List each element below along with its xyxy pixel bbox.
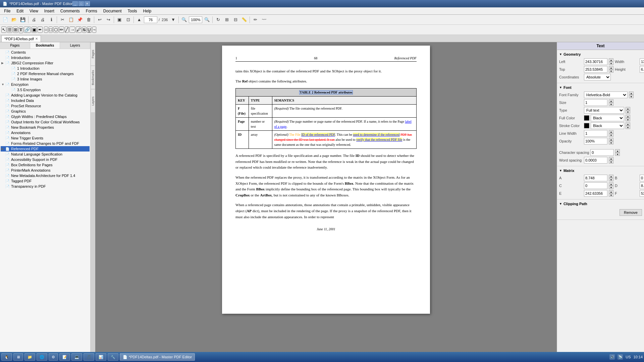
font-size-input[interactable] [584, 99, 607, 106]
undo-button[interactable]: ↩ [96, 16, 104, 24]
font-size-spin-up[interactable]: ▲ [609, 99, 613, 103]
remove-button[interactable]: Remove [620, 209, 642, 216]
top-spin-up[interactable]: ▲ [609, 66, 613, 69]
strikeout-tool[interactable]: S̶ [82, 26, 86, 33]
taskbar-app-3[interactable]: 🌐 [37, 353, 47, 361]
menu-help[interactable]: Help [141, 8, 154, 14]
ws-spin-up[interactable]: ▲ [609, 157, 613, 160]
zoom-out-button[interactable]: 🔍 [180, 16, 188, 24]
bookmark-forms-related[interactable]: 📄 Forms-Related Changes to PDF and FDF [1, 141, 90, 146]
paste-button[interactable]: 📌 [76, 16, 84, 24]
pencil-tool[interactable]: ✏ [59, 26, 64, 33]
bookmark-jbig2[interactable]: ▶ 📄 JBIG2 Compression Filter [1, 60, 90, 66]
menu-tools[interactable]: Tools [125, 8, 140, 14]
sidebar-tab-layers[interactable]: Layers [60, 42, 90, 49]
stroke-color-swatch[interactable] [584, 123, 589, 128]
char-spacing-input[interactable] [590, 149, 614, 156]
next-page-button[interactable]: ▼ [169, 16, 177, 24]
squiggle-tool[interactable]: ~ [92, 26, 96, 33]
c-spin-down[interactable]: ▼ [609, 186, 613, 189]
bookmark-included-data[interactable]: 📄 Included Data [1, 98, 90, 103]
prev-page-button[interactable]: ▲ [135, 16, 143, 24]
bookmark-glyph[interactable]: 📄 Glyph Widths : Predefined CMaps [1, 114, 90, 119]
height-input[interactable] [640, 66, 644, 73]
fit-button[interactable]: ⊡ [124, 16, 132, 24]
type-select[interactable]: Full text [584, 107, 624, 114]
pages-label[interactable]: Pages [91, 42, 95, 66]
open-button[interactable]: 📂 [10, 16, 18, 24]
word-spacing-input[interactable] [584, 157, 607, 164]
opacity-spin-up[interactable]: ▲ [609, 138, 613, 141]
taskbar-app-6[interactable]: 💻 [71, 353, 82, 361]
menu-view[interactable]: View [27, 8, 41, 14]
sidebar-tab-pages[interactable]: Pages [0, 42, 30, 49]
top-spin-down[interactable]: ▼ [609, 69, 613, 73]
geometry-header[interactable]: ▼ Geometry [559, 51, 642, 57]
properties-button[interactable]: ℹ [47, 16, 55, 24]
taskbar-app-8[interactable]: 📊 [96, 353, 106, 361]
tab-close[interactable]: ✕ [35, 37, 38, 41]
c-input[interactable] [584, 182, 607, 189]
taskbar-app-7[interactable]: 🎵 [84, 353, 94, 361]
select-tool[interactable]: ↖ [1, 26, 6, 33]
zoom-in-button[interactable]: 🔍 [203, 16, 211, 24]
wave-button[interactable]: 〰 [260, 16, 268, 24]
bookmark-box-def[interactable]: 📄 Box Definitions for Pages [1, 162, 90, 168]
full-color-spin-up[interactable]: ▲ [626, 115, 630, 118]
f-input[interactable] [640, 190, 644, 197]
e-input[interactable] [584, 190, 607, 197]
sidebar-tab-bookmarks[interactable]: Bookmarks [30, 42, 60, 49]
tray-network[interactable]: 📡 [618, 354, 623, 360]
bookmark-accessibility[interactable]: 📄 Accessibility Support in PDF [1, 157, 90, 162]
menu-insert[interactable]: Insert [42, 8, 57, 14]
line-tool[interactable]: ╱ [65, 26, 69, 33]
e-spin-down[interactable]: ▼ [609, 193, 613, 197]
menu-edit[interactable]: Edit [14, 8, 26, 14]
bookmark-contents[interactable]: 📄 Contents [1, 50, 90, 55]
minimize-button[interactable]: _ [72, 1, 78, 6]
a-input[interactable] [584, 175, 607, 181]
bookmark-natural-lang[interactable]: 📄 Natural Language Specification [1, 152, 90, 157]
text-tool[interactable]: 𝐓 [19, 26, 23, 33]
close-button[interactable]: ✕ [85, 1, 90, 6]
bookmark-annotations[interactable]: 📄 Annotations [1, 130, 90, 135]
taskbar-app-4[interactable]: ⚙ [49, 353, 58, 361]
e-spin-up[interactable]: ▲ [609, 190, 613, 193]
cut-button[interactable]: ✂ [58, 16, 66, 24]
c-spin-up[interactable]: ▲ [609, 182, 613, 186]
arrow-tool[interactable]: → [69, 26, 75, 33]
bookmark-2pdf[interactable]: 📄 2 PDF Reference Manual changes [1, 71, 90, 76]
ruler-button[interactable]: 📏 [240, 16, 248, 24]
stroke-spin-up[interactable]: ▲ [626, 122, 630, 126]
opacity-input[interactable] [584, 138, 607, 144]
bookmark-transparency[interactable]: 📄 Transparency in PDF [1, 184, 90, 189]
rect-tool[interactable]: □ [49, 26, 53, 33]
select-all-button[interactable]: ▣ [115, 16, 123, 24]
page-input[interactable]: 76 [144, 16, 157, 23]
a-spin-up[interactable]: ▲ [609, 175, 613, 178]
d-input[interactable] [640, 182, 644, 189]
form-tool[interactable]: ▣ [32, 26, 37, 33]
stamp-tool[interactable]: 🖊 [76, 26, 82, 33]
delete-button[interactable]: 🗑 [85, 16, 93, 24]
bookmark-adding-lang[interactable]: 📄 Adding Language Version to the Catalog [1, 93, 90, 98]
type-spin-down[interactable]: ▼ [626, 110, 630, 114]
cs-spin-down[interactable]: ▼ [615, 153, 620, 156]
cs-spin-up[interactable]: ▲ [615, 149, 620, 153]
hand-tool[interactable]: ☰ [7, 26, 12, 33]
width-input[interactable] [640, 58, 644, 65]
bookmark-introduction[interactable]: 📄 Introduction [1, 55, 90, 60]
stroke-color-select[interactable]: Black [591, 122, 624, 129]
menu-file[interactable]: File [1, 8, 13, 14]
bookmark-referenced-pdf[interactable]: ▶ 📄 Referenced PDF [1, 146, 90, 152]
stroke-spin-down[interactable]: ▼ [626, 126, 630, 129]
menu-comments[interactable]: Comments [58, 8, 83, 14]
left-input[interactable] [584, 58, 607, 65]
bookmark-new-bookmark[interactable]: 📄 New Bookmark Properties [1, 125, 90, 130]
underline-tool[interactable]: U̲ [87, 26, 92, 33]
full-color-spin-down[interactable]: ▼ [626, 118, 630, 121]
a-spin-down[interactable]: ▼ [609, 178, 613, 181]
font-family-spin-down[interactable]: ▼ [629, 95, 634, 98]
lw-spin-up[interactable]: ▲ [609, 130, 613, 133]
lw-spin-down[interactable]: ▼ [609, 133, 613, 137]
